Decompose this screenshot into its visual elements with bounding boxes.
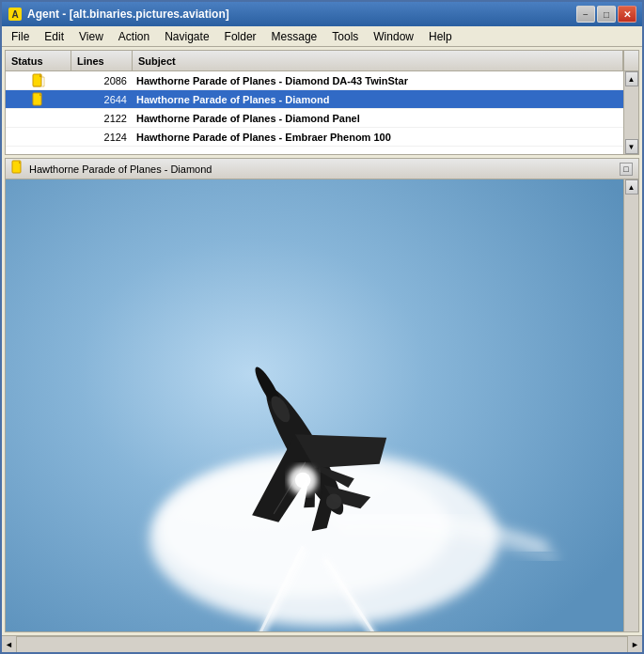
row-subject: Hawthorne Parade of Planes - Diamond Pan…	[133, 113, 623, 124]
preview-scroll-up[interactable]: ▲	[625, 179, 638, 195]
message-list-scrollbar: ▲ ▼	[623, 71, 638, 154]
horizontal-scrollbar: ◄ ►	[2, 635, 642, 652]
svg-text:A: A	[11, 9, 18, 20]
scroll-up-arrow[interactable]: ▲	[625, 71, 638, 86]
scroll-right-button[interactable]: ►	[627, 636, 642, 652]
message-list-inner: 2086 Hawthorne Parade of Planes - Diamon…	[6, 71, 623, 154]
preview-panel: Hawthorne Parade of Planes - Diamond □	[5, 158, 639, 632]
preview-title: Hawthorne Parade of Planes - Diamond	[29, 164, 615, 175]
row-status-icon	[6, 73, 71, 88]
row-lines: 2124	[71, 132, 133, 143]
menu-bar: FileEditViewActionNavigateFolderMessageT…	[2, 26, 642, 47]
message-list-outer: 2086 Hawthorne Parade of Planes - Diamon…	[6, 71, 638, 154]
minimize-button[interactable]: −	[576, 6, 595, 23]
preview-header: Hawthorne Parade of Planes - Diamond □	[6, 159, 638, 179]
col-header-lines[interactable]: Lines	[71, 51, 133, 70]
row-subject: Hawthorne Parade of Planes - Diamond	[133, 94, 623, 105]
message-list-panel: Status Lines Subject	[5, 50, 639, 155]
table-row[interactable]: 2644 Hawthorne Parade of Planes - Diamon…	[6, 90, 623, 109]
menu-item-view[interactable]: View	[71, 28, 111, 45]
menu-item-help[interactable]: Help	[421, 28, 460, 45]
menu-item-tools[interactable]: Tools	[324, 28, 366, 45]
window-controls: − □ ✕	[576, 6, 636, 23]
maximize-button[interactable]: □	[597, 6, 616, 23]
title-bar-left: A Agent - [alt.binaries.pictures.aviatio…	[8, 7, 229, 22]
preview-scroll-track	[625, 195, 638, 632]
row-subject: Hawthorne Parade of Planes - Diamond DA-…	[133, 75, 623, 86]
preview-scrollbar: ▲ ▼	[623, 179, 638, 632]
table-row[interactable]: 2124 Hawthorne Parade of Planes - Embrae…	[6, 128, 623, 147]
close-button[interactable]: ✕	[618, 6, 636, 23]
table-row[interactable]: 2086 Hawthorne Parade of Planes - Diamon…	[6, 71, 623, 90]
list-header: Status Lines Subject	[6, 51, 638, 71]
preview-maximize-button[interactable]: □	[620, 163, 633, 176]
preview-content-area: ▲ ▼	[6, 179, 638, 632]
menu-item-message[interactable]: Message	[264, 28, 325, 45]
table-row[interactable]: 2122 Hawthorne Parade of Planes - Diamon…	[6, 109, 623, 128]
svg-point-27	[295, 473, 311, 489]
main-window: A Agent - [alt.binaries.pictures.aviatio…	[0, 0, 644, 654]
menu-item-action[interactable]: Action	[111, 28, 157, 45]
preview-image	[6, 179, 623, 632]
menu-item-edit[interactable]: Edit	[37, 28, 71, 45]
menu-item-file[interactable]: File	[4, 28, 37, 45]
scroll-down-arrow[interactable]: ▼	[625, 139, 638, 154]
preview-file-icon	[11, 160, 24, 178]
h-scroll-track[interactable]	[17, 636, 627, 652]
menu-item-window[interactable]: Window	[366, 28, 421, 45]
row-lines: 2086	[71, 75, 133, 86]
scroll-left-button[interactable]: ◄	[2, 636, 17, 652]
row-status-icon	[6, 92, 71, 107]
app-icon: A	[8, 7, 23, 22]
title-bar: A Agent - [alt.binaries.pictures.aviatio…	[2, 2, 642, 26]
row-lines: 2122	[71, 113, 133, 124]
menu-item-folder[interactable]: Folder	[217, 28, 264, 45]
row-subject: Hawthorne Parade of Planes - Embraer Phe…	[133, 132, 623, 143]
col-header-status[interactable]: Status	[6, 51, 71, 70]
col-header-subject[interactable]: Subject	[133, 51, 623, 70]
scroll-track	[625, 86, 638, 139]
window-title: Agent - [alt.binaries.pictures.aviation]	[27, 8, 229, 21]
row-lines: 2644	[71, 94, 133, 105]
menu-item-navigate[interactable]: Navigate	[157, 28, 216, 45]
header-scroll-spacer	[623, 51, 638, 70]
